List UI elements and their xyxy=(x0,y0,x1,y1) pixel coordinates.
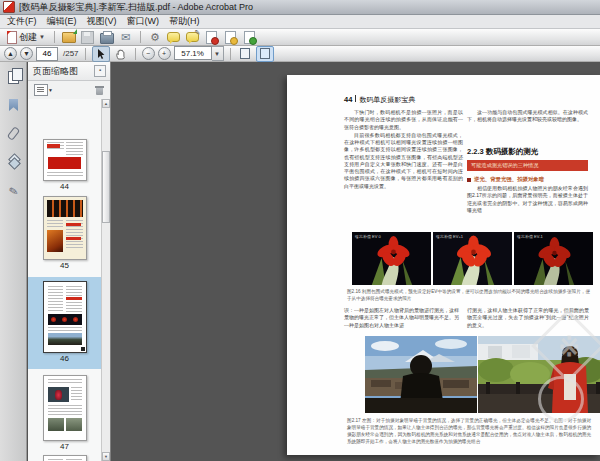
attachments-tab[interactable] xyxy=(0,122,27,144)
delete-pages-button[interactable] xyxy=(95,85,104,95)
paragraph: 相信使用数码相机拍摄人物照片的朋友经常会遇到图2.17所示的问题，后面背景很明亮… xyxy=(467,185,588,214)
pencil-icon: ✎ xyxy=(195,29,201,37)
doc-restrict-button[interactable] xyxy=(204,30,220,44)
flower-photo-ev0: 曝光补偿 EV 0 xyxy=(352,232,431,285)
fit-page-icon xyxy=(260,48,270,59)
amaryllis-flower-image xyxy=(433,232,512,285)
email-button[interactable]: ✉ xyxy=(118,30,134,44)
thumbnail-item-47[interactable]: 47 xyxy=(28,375,101,451)
mid-left-column: 误：一种是如图左对人物背后的景物进行测光，这样景物的曝光正常了，但主体人物却明显… xyxy=(344,307,459,330)
document-canvas[interactable]: 44 数码单反摄影宝典 下快门时，数码相机不是拍摄一张照片，而是以不同的曝光组合… xyxy=(112,62,600,461)
warning-banner: 可能造成测光错误的三种情况 xyxy=(467,160,588,171)
flower-photo-ev-minus: 曝光补偿 EV-1 xyxy=(514,232,593,285)
menu-view[interactable]: 视图(V) xyxy=(82,15,122,28)
doc-sign-button[interactable] xyxy=(223,30,239,44)
mid-right-column: 行测光，这样人物主体获得了正常的曝光，但后面的景物完全曝光过度，失去了拍摄这种“… xyxy=(467,307,589,330)
fit-page-button[interactable] xyxy=(256,46,274,62)
menu-help[interactable]: 帮助(H) xyxy=(164,15,205,28)
thumbnail-item-48[interactable]: 48 xyxy=(28,455,101,461)
open-file-button[interactable] xyxy=(61,30,77,44)
photo-label: 曝光补偿 EV+1 xyxy=(436,234,463,239)
printer-icon xyxy=(100,33,114,44)
pdf-page[interactable]: 44 数码单反摄影宝典 下快门时，数码相机不是拍摄一张照片，而是以不同的曝光组合… xyxy=(287,75,600,455)
title-bar: [数码单反摄影宝典].李新军.扫描版.pdf - Adobe Acrobat P… xyxy=(0,0,600,15)
thumbnail-item-44[interactable]: 44 xyxy=(28,139,101,191)
section-heading: 2.2.3 数码摄影的测光 xyxy=(467,147,538,157)
figure-2-16-caption: 图2.16 利用包围式曝光模式，预先设定好EV中等的设置，便可以使用连拍功能以不… xyxy=(347,289,590,303)
scrollbar-thumb[interactable] xyxy=(102,151,110,223)
toolbar-separator xyxy=(140,31,141,43)
doc-green-badge-icon xyxy=(244,31,255,44)
navigation-toolbar: ▲ ▼ /257 − + 57.1% ▼ xyxy=(0,46,600,62)
photo-label: 曝光补偿 EV 0 xyxy=(355,234,381,239)
comment-button[interactable] xyxy=(166,30,182,44)
print-button[interactable] xyxy=(99,30,115,44)
main-area: ✎ 页面缩略图 ▪ ▼ xyxy=(0,62,600,461)
page-header: 44 数码单反摄影宝典 xyxy=(344,95,415,105)
annotate-button[interactable]: ✎ xyxy=(185,30,201,44)
options-menu-button[interactable]: ▼ xyxy=(34,84,48,96)
menu-bar: 文件(F) 编辑(E) 视图(V) 窗口(W) 帮助(H) xyxy=(0,15,600,29)
thumbnail-list: 44 45 xyxy=(28,99,101,461)
zoom-in-button[interactable]: + xyxy=(158,47,171,60)
doc-export-button[interactable] xyxy=(242,30,258,44)
menu-file[interactable]: 文件(F) xyxy=(2,15,42,28)
settings-button[interactable]: ⚙ xyxy=(147,30,163,44)
scroll-up-arrow[interactable]: ▲ xyxy=(102,99,110,108)
toolbar-separator xyxy=(54,31,55,43)
nav-pane-strip: ✎ xyxy=(0,62,27,461)
page-45-thumbnail[interactable] xyxy=(43,196,87,260)
thumbnail-item-45[interactable]: 45 xyxy=(28,196,101,270)
thumbnail-page-number: 45 xyxy=(60,261,69,270)
scrolling-mode-button[interactable] xyxy=(237,47,253,61)
book-page-number: 44 xyxy=(344,95,352,104)
gear-icon: ⚙ xyxy=(150,32,160,43)
thumbnails-panel: 页面缩略图 ▪ ▼ 44 xyxy=(28,62,111,461)
page-46-thumbnail[interactable] xyxy=(43,281,87,353)
save-button[interactable] xyxy=(80,30,96,44)
menu-edit[interactable]: 编辑(E) xyxy=(42,15,82,28)
cursor-arrow-icon xyxy=(96,48,105,60)
pages-icon xyxy=(8,71,19,84)
next-page-button[interactable]: ▼ xyxy=(20,47,33,60)
paragraph: 误：一种是如图左对人物背后的景物进行测光，这样景物的曝光正常了，但主体人物却明显… xyxy=(344,307,459,329)
paperclip-icon xyxy=(7,126,21,141)
panel-title: 页面缩略图 xyxy=(33,65,78,78)
figure-2-17-caption: 图2.17 左图：对于拍摄对象明显暗于背景的情况，选择了背景的正确曝光，但主体必… xyxy=(347,418,591,446)
page-count-label: /257 xyxy=(63,49,79,58)
comment-bubble-icon xyxy=(167,32,180,42)
envelope-icon: ✉ xyxy=(121,32,130,43)
thumbnail-page-number: 46 xyxy=(60,354,69,363)
page-thumbnails-tab[interactable] xyxy=(0,66,27,88)
header-divider xyxy=(355,95,356,102)
hand-tool-button[interactable] xyxy=(113,47,129,61)
comment-edit-icon: ✎ xyxy=(186,32,199,42)
thumbnail-item-46-selected[interactable]: 46 xyxy=(28,277,101,369)
flower-photo-ev-plus: 曝光补偿 EV+1 xyxy=(433,232,512,285)
page-48-thumbnail[interactable] xyxy=(43,455,87,461)
zoom-dropdown-button[interactable]: ▼ xyxy=(212,46,224,61)
silhouette-landscape-image xyxy=(365,336,477,413)
page-44-thumbnail[interactable] xyxy=(43,139,87,181)
previous-page-button[interactable]: ▲ xyxy=(4,47,17,60)
window-title: [数码单反摄影宝典].李新军.扫描版.pdf - Adobe Acrobat P… xyxy=(19,1,253,14)
page-47-thumbnail[interactable] xyxy=(43,375,87,441)
signatures-tab[interactable]: ✎ xyxy=(0,180,27,202)
signature-pen-icon: ✎ xyxy=(8,185,19,198)
thumbnail-scrollbar[interactable]: ▲ ▼ xyxy=(101,99,110,461)
select-tool-button[interactable] xyxy=(92,46,110,62)
zoom-out-button[interactable]: − xyxy=(142,47,155,60)
panel-menu-button[interactable]: ▪ xyxy=(94,65,106,77)
bullet-text: 逆光、背景光强、拍摄对象暗 xyxy=(474,176,544,183)
page-number-input[interactable] xyxy=(36,47,58,61)
layers-tab[interactable] xyxy=(0,150,27,172)
menu-window[interactable]: 窗口(W) xyxy=(122,15,165,28)
zoom-level-value[interactable]: 57.1% xyxy=(174,46,212,60)
scroll-page-icon xyxy=(240,48,250,59)
scroll-down-arrow[interactable]: ▼ xyxy=(102,452,110,461)
toolbar-separator xyxy=(135,48,136,60)
bookmarks-tab[interactable] xyxy=(0,94,27,116)
create-button[interactable]: 创建 ▼ xyxy=(4,30,48,44)
doc-red-badge-icon xyxy=(206,31,217,44)
right-text-column-2: 相信使用数码相机拍摄人物照片的朋友经常会遇到图2.17所示的问题，后面背景很明亮… xyxy=(467,185,588,215)
